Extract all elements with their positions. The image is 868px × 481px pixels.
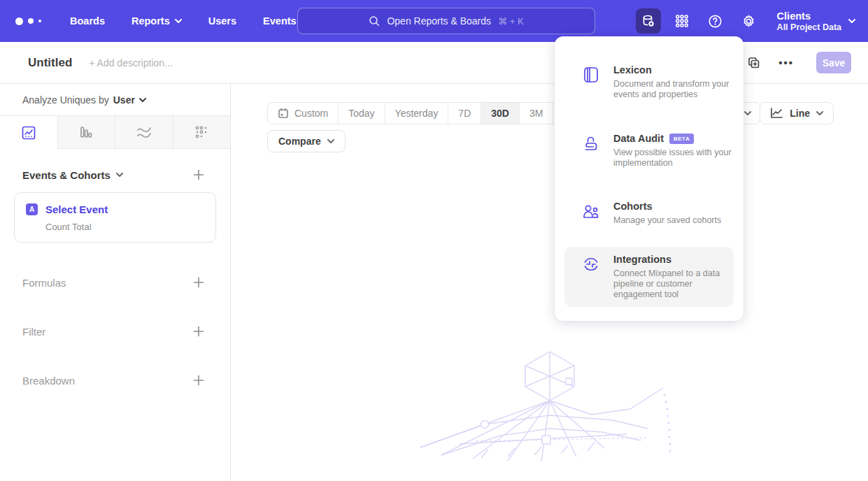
mixpanel-logo[interactable] — [15, 17, 56, 25]
search-input[interactable]: Open Reports & Boards ⌘ + K — [297, 8, 595, 34]
data-management-button[interactable] — [636, 8, 661, 34]
apps-grid-button[interactable] — [669, 8, 695, 34]
line-chart-icon — [21, 125, 36, 141]
line-chart-icon — [770, 108, 783, 119]
lexicon-description: Document and transform your events and p… — [613, 79, 741, 100]
events-cohorts-toggle[interactable]: Events & Cohorts — [22, 169, 123, 181]
gear-icon — [741, 14, 756, 29]
chevron-down-icon — [175, 19, 182, 23]
save-button[interactable]: Save — [816, 52, 851, 73]
bar-chart-icon — [78, 124, 94, 140]
duplicate-button[interactable] — [745, 54, 763, 72]
event-letter-badge: A — [26, 203, 38, 215]
report-canvas: Custom Today Yesterday 7D 30D 3M 6M Comp… — [231, 84, 868, 481]
logo-dot — [28, 18, 34, 24]
search-shortcut: ⌘ + K — [498, 16, 524, 27]
nav-reports[interactable]: Reports — [131, 15, 182, 27]
add-formula-button[interactable] — [192, 276, 205, 289]
range-today[interactable]: Today — [338, 103, 384, 124]
cohorts-description: Manage your saved cohorts — [613, 215, 741, 226]
report-title[interactable]: Untitled — [28, 56, 72, 70]
search-icon — [369, 15, 380, 27]
range-3m[interactable]: 3M — [519, 103, 553, 124]
chevron-down-icon — [116, 173, 123, 177]
data-audit-description: View possible issues with your implement… — [613, 148, 741, 168]
filter-section: Filter — [0, 307, 230, 356]
empty-state-graphic — [417, 345, 683, 465]
question-mark-icon — [708, 14, 723, 29]
nav-boards-label: Boards — [70, 15, 105, 27]
menu-item-lexicon[interactable]: Lexicon Document and transform your even… — [564, 57, 734, 107]
data-audit-icon — [582, 134, 600, 152]
nav-users-label: Users — [208, 15, 236, 27]
range-7d[interactable]: 7D — [448, 103, 481, 124]
calendar-icon — [278, 108, 289, 119]
analyze-value-dropdown[interactable]: User — [113, 94, 146, 106]
chevron-down-icon — [139, 98, 146, 102]
menu-item-cohorts[interactable]: Cohorts Manage your saved cohorts — [564, 194, 734, 233]
range-30d[interactable]: 30D — [481, 103, 519, 124]
settings-button[interactable] — [737, 8, 762, 34]
integrations-sync-icon — [582, 255, 600, 273]
compare-label: Compare — [278, 136, 321, 147]
events-cohorts-header: Events & Cohorts — [0, 168, 230, 181]
cohorts-users-icon — [582, 202, 600, 220]
lexicon-title: Lexicon — [613, 64, 652, 76]
event-card[interactable]: A Select Event Count Total — [14, 192, 216, 243]
mixpanel-insights-page: Boards Reports Users Events Open Reports… — [0, 0, 868, 481]
event-metric-dropdown[interactable]: Count Total — [45, 222, 204, 232]
empty-state: Select an Event or Cohort to get started… — [231, 345, 868, 481]
integrations-description: Connect Mixpanel to a data pipeline or c… — [613, 268, 741, 300]
compare-dropdown[interactable]: Compare — [267, 130, 346, 152]
add-event-button[interactable] — [192, 168, 205, 181]
beta-badge: BETA — [669, 134, 694, 144]
formulas-section: Formulas — [0, 258, 230, 307]
project-name: All Project Data — [777, 22, 841, 32]
tab-bar-chart[interactable] — [57, 116, 115, 149]
range-custom-label: Custom — [294, 108, 328, 119]
nav-reports-label: Reports — [131, 15, 170, 27]
nav-events[interactable]: Events — [263, 15, 297, 27]
range-custom[interactable]: Custom — [268, 103, 338, 124]
date-range-toolbar: Custom Today Yesterday 7D 30D 3M 6M — [267, 102, 588, 124]
lexicon-book-icon — [582, 66, 600, 84]
breakdown-section: Breakdown — [0, 356, 230, 405]
more-options-button[interactable]: ••• — [778, 57, 794, 69]
tab-metrics-grid[interactable] — [173, 116, 231, 149]
cohorts-title: Cohorts — [613, 201, 653, 212]
project-switcher[interactable]: Clients All Project Data — [777, 10, 855, 32]
chart-type-label: Line — [790, 108, 810, 119]
chevron-down-icon — [744, 111, 751, 115]
tab-flow-chart[interactable] — [115, 116, 173, 149]
add-filter-button[interactable] — [192, 325, 205, 338]
menu-item-integrations[interactable]: Integrations Connect Mixpanel to a data … — [564, 247, 734, 307]
range-yesterday[interactable]: Yesterday — [385, 103, 448, 124]
primary-nav: Boards Reports Users Events — [70, 15, 323, 27]
chevron-down-icon — [327, 139, 334, 143]
select-event-button[interactable]: Select Event — [45, 203, 108, 215]
integrations-title: Integrations — [613, 254, 671, 265]
add-breakdown-button[interactable] — [192, 374, 205, 387]
nav-users[interactable]: Users — [208, 15, 236, 27]
menu-item-data-audit[interactable]: Data Audit BETA View possible issues wit… — [564, 126, 734, 175]
metrics-grid-icon — [194, 124, 209, 140]
filter-label: Filter — [22, 326, 45, 338]
analyze-label: Analyze Uniques by — [22, 94, 109, 106]
events-cohorts-label: Events & Cohorts — [22, 169, 111, 181]
logo-dot — [38, 20, 41, 22]
logo-dot — [15, 17, 23, 25]
database-gear-icon — [641, 14, 655, 28]
event-row: A Select Event — [26, 203, 204, 215]
report-description-placeholder[interactable]: + Add description... — [89, 57, 172, 69]
tab-line-chart[interactable] — [0, 116, 57, 149]
report-header-actions: ••• Save — [745, 52, 851, 73]
grid-icon — [675, 14, 689, 28]
nav-boards[interactable]: Boards — [70, 15, 105, 27]
help-button[interactable] — [703, 8, 728, 34]
chevron-down-icon — [848, 19, 855, 23]
org-name: Clients — [777, 10, 841, 22]
breakdown-label: Breakdown — [22, 375, 75, 387]
chart-type-dropdown[interactable]: Line — [760, 102, 834, 124]
nav-events-label: Events — [263, 15, 297, 27]
analyze-uniques-row: Analyze Uniques by User — [0, 84, 230, 115]
